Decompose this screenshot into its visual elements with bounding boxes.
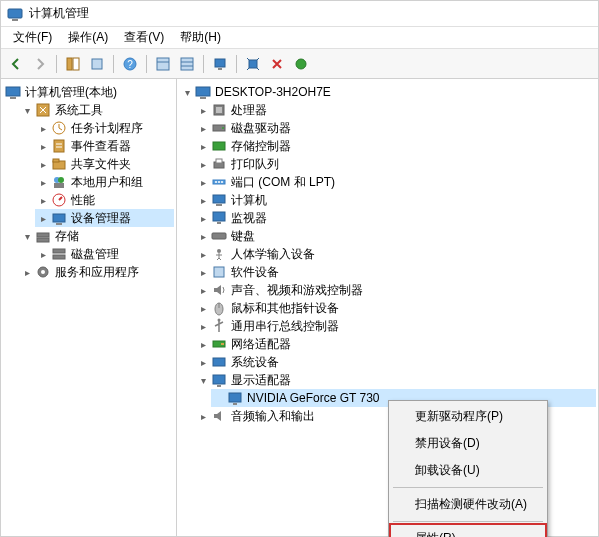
expander-icon[interactable]: ▾ bbox=[21, 230, 33, 242]
menu-help[interactable]: 帮助(H) bbox=[174, 27, 227, 48]
tree-item[interactable]: ▸ 任务计划程序 bbox=[35, 119, 174, 137]
expander-icon[interactable]: ▸ bbox=[197, 266, 209, 278]
expander-icon[interactable]: ▸ bbox=[197, 194, 209, 206]
device-category-label: 系统设备 bbox=[231, 354, 279, 371]
tree-item[interactable]: ▸ 本地用户和组 bbox=[35, 173, 174, 191]
enable-device-button[interactable] bbox=[290, 53, 312, 75]
item-icon bbox=[51, 174, 67, 190]
device-category[interactable]: ▸ 存储控制器 bbox=[195, 137, 596, 155]
expander-icon[interactable]: ▸ bbox=[197, 230, 209, 242]
context-menu-item[interactable]: 更新驱动程序(P) bbox=[391, 403, 545, 430]
expander-icon[interactable]: ▸ bbox=[37, 158, 49, 170]
tree-item-label: 任务计划程序 bbox=[71, 120, 143, 137]
tree-item[interactable]: ▸ 事件查看器 bbox=[35, 137, 174, 155]
device-category[interactable]: ▸ 软件设备 bbox=[195, 263, 596, 281]
expander-icon[interactable]: ▸ bbox=[197, 248, 209, 260]
expander-icon[interactable]: ▾ bbox=[21, 104, 33, 116]
device-category[interactable]: ▸ 系统设备 bbox=[195, 353, 596, 371]
scan-hardware-button[interactable] bbox=[242, 53, 264, 75]
context-menu-item[interactable]: 卸载设备(U) bbox=[391, 457, 545, 484]
expander-icon[interactable]: ▸ bbox=[197, 158, 209, 170]
item-icon bbox=[51, 192, 67, 208]
view1-button[interactable] bbox=[152, 53, 174, 75]
expander-icon[interactable]: ▸ bbox=[197, 122, 209, 134]
monitor-button[interactable] bbox=[209, 53, 231, 75]
properties-toolbar-button[interactable] bbox=[86, 53, 108, 75]
menu-file[interactable]: 文件(F) bbox=[7, 27, 58, 48]
expander-icon[interactable]: ▸ bbox=[197, 140, 209, 152]
expander-icon[interactable]: ▸ bbox=[197, 212, 209, 224]
device-category[interactable]: ▸ 声音、视频和游戏控制器 bbox=[195, 281, 596, 299]
forward-button[interactable] bbox=[29, 53, 51, 75]
help-toolbar-button[interactable]: ? bbox=[119, 53, 141, 75]
device-category[interactable]: ▸ 计算机 bbox=[195, 191, 596, 209]
expander-icon[interactable]: ▾ bbox=[181, 86, 193, 98]
device-category[interactable]: ▸ 端口 (COM 和 LPT) bbox=[195, 173, 596, 191]
tree-group[interactable]: ▾ 存储 bbox=[19, 227, 174, 245]
back-button[interactable] bbox=[5, 53, 27, 75]
expander-icon[interactable]: ▸ bbox=[37, 248, 49, 260]
context-menu-item[interactable]: 禁用设备(D) bbox=[391, 430, 545, 457]
device-category-label: 存储控制器 bbox=[231, 138, 291, 155]
svg-rect-30 bbox=[56, 223, 62, 225]
expander-icon[interactable]: ▸ bbox=[37, 140, 49, 152]
expander-icon[interactable]: ▸ bbox=[37, 122, 49, 134]
device-category[interactable]: ▸ 监视器 bbox=[195, 209, 596, 227]
tree-item[interactable]: ▸ 共享文件夹 bbox=[35, 155, 174, 173]
expander-icon[interactable]: ▾ bbox=[197, 374, 209, 386]
group-icon bbox=[35, 264, 51, 280]
uninstall-device-button[interactable] bbox=[266, 53, 288, 75]
expander-icon[interactable]: ▸ bbox=[37, 176, 49, 188]
device-root[interactable]: ▾ DESKTOP-3H2OH7E bbox=[179, 83, 596, 101]
expander-icon[interactable]: ▸ bbox=[197, 176, 209, 188]
expander-icon[interactable]: ▸ bbox=[197, 338, 209, 350]
tree-group[interactable]: ▾ 系统工具 bbox=[19, 101, 174, 119]
device-category-label: 鼠标和其他指针设备 bbox=[231, 300, 339, 317]
device-category[interactable]: ▸ 处理器 bbox=[195, 101, 596, 119]
expander-icon[interactable]: ▸ bbox=[37, 212, 49, 224]
device-category[interactable]: ▸ 网络适配器 bbox=[195, 335, 596, 353]
device-category[interactable]: ▸ 人体学输入设备 bbox=[195, 245, 596, 263]
expander-icon[interactable]: ▸ bbox=[197, 302, 209, 314]
tree-group[interactable]: ▸ 服务和应用程序 bbox=[19, 263, 174, 281]
show-hide-tree-button[interactable] bbox=[62, 53, 84, 75]
svg-rect-27 bbox=[54, 183, 64, 188]
expander-icon[interactable]: ▸ bbox=[21, 266, 33, 278]
tree-item[interactable]: ▸ 磁盘管理 bbox=[35, 245, 174, 263]
computer-icon bbox=[195, 84, 211, 100]
category-icon bbox=[211, 210, 227, 226]
context-menu-separator bbox=[393, 521, 543, 522]
svg-rect-63 bbox=[213, 375, 225, 384]
expander-icon[interactable]: ▸ bbox=[197, 284, 209, 296]
expander-icon[interactable]: ▸ bbox=[197, 356, 209, 368]
tree-item[interactable]: ▸ 设备管理器 bbox=[35, 209, 174, 227]
expander-icon[interactable]: ▸ bbox=[197, 320, 209, 332]
menu-view[interactable]: 查看(V) bbox=[118, 27, 170, 48]
svg-rect-62 bbox=[213, 358, 225, 366]
expander-icon[interactable]: ▸ bbox=[37, 194, 49, 206]
svg-point-15 bbox=[296, 59, 306, 69]
menu-action[interactable]: 操作(A) bbox=[62, 27, 114, 48]
device-category[interactable]: ▸ 鼠标和其他指针设备 bbox=[195, 299, 596, 317]
tree-item[interactable]: ▸ 性能 bbox=[35, 191, 174, 209]
device-category[interactable]: ▸ 磁盘驱动器 bbox=[195, 119, 596, 137]
device-category-label: 监视器 bbox=[231, 210, 267, 227]
category-icon bbox=[211, 354, 227, 370]
device-category[interactable]: ▸ 通用串行总线控制器 bbox=[195, 317, 596, 335]
tree-root-computer-management[interactable]: 计算机管理(本地) bbox=[3, 83, 174, 101]
expander-icon[interactable]: ▸ bbox=[197, 410, 209, 422]
device-category-label: 声音、视频和游戏控制器 bbox=[231, 282, 363, 299]
category-icon bbox=[211, 228, 227, 244]
device-category[interactable]: ▸ 打印队列 bbox=[195, 155, 596, 173]
context-menu-item[interactable]: 扫描检测硬件改动(A) bbox=[391, 491, 545, 518]
svg-rect-13 bbox=[218, 68, 222, 70]
category-icon bbox=[211, 372, 227, 388]
category-icon bbox=[211, 120, 227, 136]
context-menu-item[interactable]: 属性(R) bbox=[389, 523, 547, 537]
expander-icon[interactable]: ▸ bbox=[197, 104, 209, 116]
view2-button[interactable] bbox=[176, 53, 198, 75]
svg-point-36 bbox=[41, 270, 45, 274]
device-category[interactable]: ▾ 显示适配器 bbox=[195, 371, 596, 389]
device-category[interactable]: ▸ 键盘 bbox=[195, 227, 596, 245]
console-tree-pane[interactable]: 计算机管理(本地) ▾ 系统工具 ▸ 任务计划程序 ▸ 事件查看器 ▸ 共享文件… bbox=[1, 79, 177, 536]
